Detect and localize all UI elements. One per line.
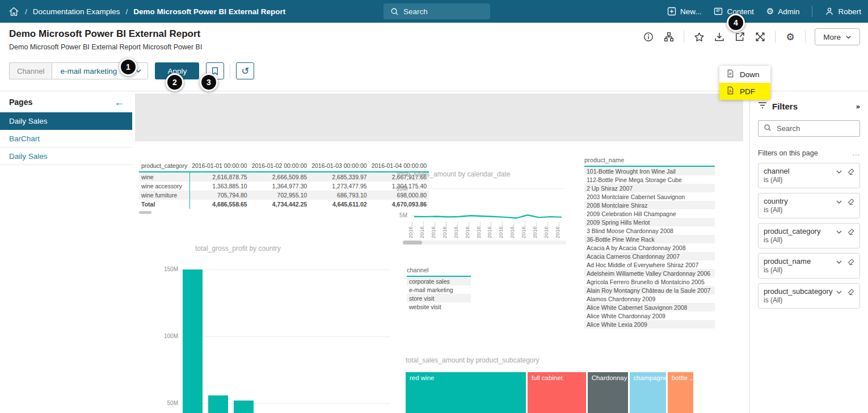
collapse-sidebar-icon[interactable]: ← [114,96,124,108]
info-icon[interactable] [643,31,654,43]
y-tick-label: 50M [146,400,178,406]
line-series [397,182,567,222]
menu-item-download[interactable]: Down [719,66,770,83]
download-icon[interactable] [714,31,725,43]
product-list-item[interactable]: Alice White Lexia 2009 [584,320,715,328]
product-list-item[interactable]: Acacia A by Acacia Chardonnay 2008 [584,243,715,252]
product-list-item[interactable]: Alain Roy Montagny Château de la Saule 2… [584,286,715,294]
eraser-icon[interactable] [848,198,855,205]
product-list-item[interactable]: Ad Hoc Middle of Everywhere Shiraz 2007 [584,260,715,269]
fullscreen-icon[interactable] [755,31,766,43]
product-list-item[interactable]: Alamos Chardonnay 2009 [584,294,715,303]
eraser-icon[interactable] [848,228,855,235]
product-list-item[interactable]: 2003 Montclaire Cabernet Sauvignon [584,192,715,201]
x-tick-label: 2016... [475,219,482,238]
eraser-icon[interactable] [848,288,855,296]
bar-chart-visual: total_gross_profit by country 150M100M50… [146,243,396,413]
product-list-item[interactable]: 101-Bottle Wrought Iron Wine Jail [584,167,715,175]
product-list-item[interactable]: 36-Bottle Pine Wine Rack [584,235,715,243]
menu-item-pdf[interactable]: PDF [719,83,770,100]
x-tick-label: 2016... [441,219,448,238]
chevron-down-icon[interactable] [836,259,842,266]
open-external-icon[interactable] [734,31,745,43]
product-list-item[interactable]: 2009 Spring Hills Merlot [584,218,715,226]
filters-search-box[interactable]: Search [758,120,860,137]
product-list-item[interactable]: Alice White Chardonnay 2009 [584,311,715,320]
matrix-row: wine 2,616,878.75 2,666,509.85 2,685,339… [139,172,429,182]
filter-value: is (All) [764,206,855,214]
x-tick-label: 2016... [419,219,425,238]
chevron-down-icon[interactable] [836,289,842,296]
line-chart-scrollbar[interactable] [403,241,566,245]
y-tick-label: 100M [146,333,178,339]
channel-list-item[interactable]: store visit [407,294,471,302]
new-button[interactable]: New... [667,7,702,16]
pages-list: Daily Sales BarChart Daily Sales [0,112,132,165]
channel-list-item[interactable]: e-mail marketing [407,285,471,294]
product-list-item[interactable]: Alice White Cabernet Sauvignon 2008 [584,303,715,311]
channel-list-header: channel [407,267,471,277]
search-box[interactable]: Search [384,3,490,19]
bar[interactable] [183,269,203,413]
filter-card[interactable]: channel is (All) [758,163,860,188]
navbar-divider [812,6,812,17]
pages-title: Pages [9,98,32,107]
treemap-block[interactable]: red wine [406,372,526,413]
filter-card[interactable]: product_category is (All) [758,223,860,248]
chevron-down-icon[interactable] [836,199,842,205]
admin-button[interactable]: ⚙ Admin [766,6,800,16]
treemap-block[interactable]: Chardonnay [588,372,628,413]
filter-value: is (All) [764,236,855,244]
product-list-item[interactable]: Adelsheim Willamette Valley Chardonnay 2… [584,269,715,277]
breadcrumb-parent[interactable]: Documentation Examples [33,7,120,16]
settings-gear-icon[interactable]: ⚙ [785,31,796,43]
filter-value: is (All) [764,296,855,304]
refresh-button[interactable]: ↺ [236,62,254,79]
more-button[interactable]: More [815,28,860,45]
sidebar-page-item[interactable]: Daily Sales [0,112,132,130]
product-list-item[interactable]: 112-Bottle Pine Mega Storage Cube [584,175,715,184]
sidebar-page-item[interactable]: Daily Sales [0,148,132,165]
header-divider [805,31,806,43]
gridline [183,336,390,337]
filter-card[interactable]: product_subcategory is (All) [758,283,860,309]
filter-card[interactable]: product_name is (All) [758,253,860,279]
product-list-item[interactable]: Alice White Shiraz 2008 [584,328,715,330]
channel-list-item[interactable]: corporate sales [407,277,471,285]
document-icon [726,69,735,79]
sidebar-page-item[interactable]: BarChart [0,130,132,148]
chevron-down-icon[interactable] [836,168,842,175]
matrix-scrollbar[interactable] [139,211,151,214]
pages-sidebar: Pages ← Daily Sales BarChart Daily Sales [0,92,132,413]
home-icon[interactable] [8,6,19,17]
product-list-item[interactable]: Agricola Ferrero Brunello di Montalcino … [584,277,715,286]
pdf-icon [726,86,735,96]
bar[interactable] [234,401,254,413]
filter-card[interactable]: country is (All) [758,193,860,218]
product-list-item[interactable]: Acacia Carneros Chardonnay 2007 [584,252,715,260]
treemap-block[interactable]: champagne [630,372,666,413]
chevron-down-icon[interactable] [836,229,842,235]
eraser-icon[interactable] [848,168,855,175]
page: / Documentation Examples / Demo Microsof… [0,0,868,413]
eraser-icon[interactable] [848,258,855,266]
filters-more-icon[interactable]: ... [853,149,860,157]
user-menu[interactable]: Robert [825,7,861,16]
treemap-label: bottle ... [672,374,693,381]
product-list-item[interactable]: 2009 Celebration Hill Champagne [584,209,715,218]
channel-list-item[interactable]: website visit [407,302,471,311]
filters-panel: Filters » Search Filters on this page ..… [749,92,868,413]
product-list-item[interactable]: 3 Blind Moose Chardonnay 2008 [584,226,715,235]
treemap-block[interactable]: full cabinet [528,372,586,413]
matrix-table: product_category2016-01-01 00:00:002016-… [139,161,429,209]
treemap-plot: red winefull cabinetChardonnaychampagneb… [406,372,693,413]
hierarchy-icon[interactable] [663,31,675,43]
collapse-filters-icon[interactable]: » [856,102,860,111]
treemap-label: red wine [410,374,434,381]
bar[interactable] [208,395,228,413]
favorite-star-icon[interactable] [693,31,705,43]
matrix-visual: product_category2016-01-01 00:00:002016-… [139,161,391,209]
product-list-item[interactable]: 2008 Montclaire Shiraz [584,201,715,209]
treemap-block[interactable]: bottle ... [668,372,693,413]
product-list-item[interactable]: 2 Up Shiraz 2007 [584,184,715,192]
